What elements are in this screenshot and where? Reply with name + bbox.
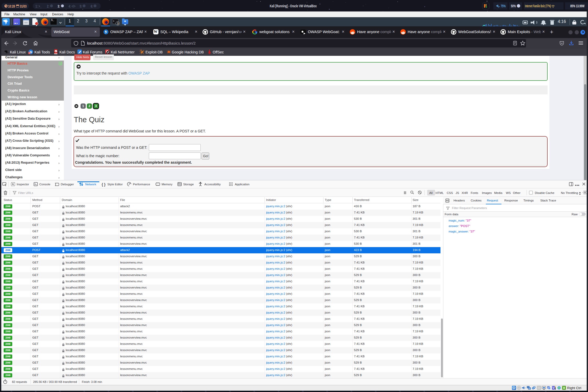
svg-text:V: V xyxy=(553,387,554,389)
